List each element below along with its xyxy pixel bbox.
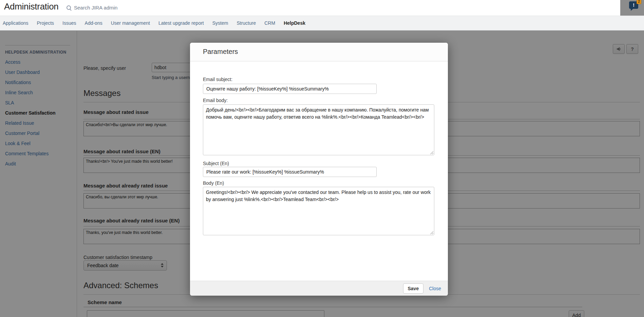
nav-item-issues[interactable]: Issues [62,20,76,26]
notification-widget[interactable]: ! 2 [629,1,638,9]
subject-en-input[interactable] [203,167,377,177]
body-en-textarea[interactable] [203,187,434,235]
page-title: Administration [4,1,59,12]
nav-item-add-ons[interactable]: Add-ons [85,20,102,26]
save-button[interactable]: Save [403,283,424,294]
search-icon [67,5,71,10]
email-subject-input[interactable] [203,84,377,94]
admin-navbar: Applications Projects Issues Add-ons Use… [0,16,644,31]
subject-en-label: Subject (En) [203,161,229,166]
body-en-label: Body (En) [203,180,224,186]
nav-item-latest-upgrade-report[interactable]: Latest upgrade report [158,20,204,26]
dialog-footer: Save Close [190,281,448,296]
nav-item-applications[interactable]: Applications [3,20,29,26]
nav-item-projects[interactable]: Projects [37,20,54,26]
dialog-header: Parameters [190,43,448,61]
app-window: Administration Applications Projects Iss… [0,0,644,317]
parameters-dialog: Parameters Email subject: Email body: Su… [190,43,448,296]
email-subject-label: Email subject: [203,77,232,82]
email-body-label: Email body: [203,98,228,103]
search-input[interactable] [73,4,153,11]
header: Administration [0,0,644,16]
notification-count-badge: 2 [637,0,641,4]
nav-item-system[interactable]: System [212,20,228,26]
close-button[interactable]: Close [429,286,441,291]
exclamation-glyph: ! [633,2,634,8]
nav-item-structure[interactable]: Structure [236,20,256,26]
nav-item-helpdesk[interactable]: HelpDesk [284,20,305,26]
dialog-title: Parameters [203,48,238,56]
admin-quicksearch [67,4,153,11]
email-body-textarea[interactable] [203,104,434,155]
notification-bubble-icon: ! 2 [629,1,638,9]
nav-item-user-management[interactable]: User management [111,20,150,26]
nav-item-crm[interactable]: CRM [264,20,275,26]
